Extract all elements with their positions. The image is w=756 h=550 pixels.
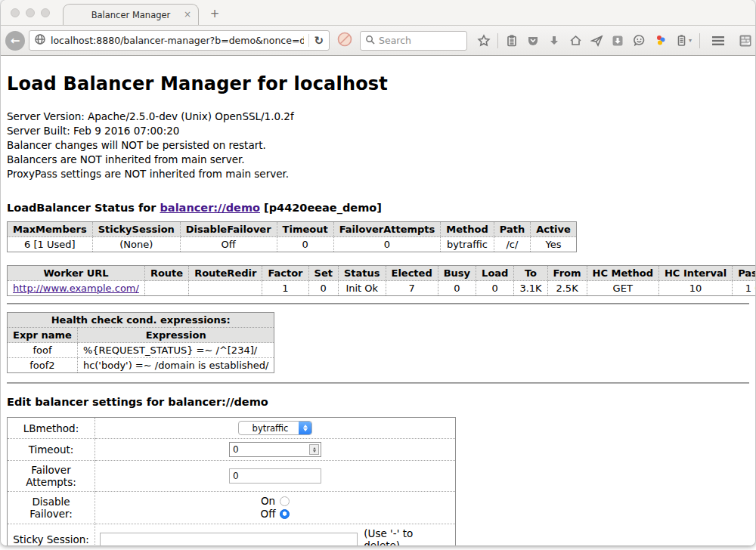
column-header: Method [441,222,494,237]
column-header: HC Method [587,266,658,281]
table-cell [189,281,262,296]
sticky-session-input[interactable] [100,533,358,545]
site-identity-globe-icon[interactable] [34,33,46,48]
disable-failover-label: Disable Failover: [8,492,95,524]
zoom-window-icon[interactable] [41,8,50,17]
table-cell: 1 [262,281,308,296]
column-header: MaxMembers [8,222,93,237]
tab-bar: Balancer Manager × + [1,0,755,25]
reload-icon[interactable]: ↻ [314,34,326,48]
home-icon[interactable] [565,30,586,51]
chevron-down-icon[interactable]: ▾ [689,37,692,44]
toolbar-separator [497,33,498,48]
balancer-demo-link[interactable]: balancer://demo [160,202,260,214]
table-cell: 2.5K [547,281,587,296]
inherit-notice-line: Balancers are NOT inherited from main se… [7,153,749,167]
column-header: Active [531,222,577,237]
reading-list-icon[interactable] [501,30,522,51]
timeout-value: 0 [230,444,309,455]
chat-smiley-extension-icon[interactable] [628,30,649,51]
table-cell: 0 [308,281,338,296]
status-heading-prefix: LoadBalancer Status for [7,202,160,214]
search-placeholder[interactable]: Search [379,35,411,46]
disable-failover-on-radio[interactable] [280,496,290,506]
search-box[interactable]: Search [360,31,467,51]
table-row: foof %{REQUEST_STATUS} =~ /^[234]/ [8,343,274,358]
search-icon [365,33,375,48]
column-header: Route [144,266,188,281]
loadbalancer-status-heading: LoadBalancer Status for balancer://demo … [7,202,749,214]
server-version-line: Server Version: Apache/2.5.0-dev (Unix) … [7,110,749,124]
column-header: Load [476,266,514,281]
content-blocked-icon[interactable] [337,32,352,50]
close-window-icon[interactable] [11,8,20,17]
disable-failover-row: Disable Failover: On Off [8,492,456,524]
sticky-session-row: Sticky Session: (Use '-' to delete) [8,524,456,546]
lbmethod-select[interactable]: bytraffic [238,421,313,435]
url-bar[interactable]: localhost:8880/balancer-manager?b=demo&n… [29,30,330,51]
column-header: RouteRedir [189,266,262,281]
edit-balancer-heading: Edit balancer settings for balancer://de… [7,396,749,408]
table-cell: 0 [333,237,441,252]
tab-title: Balancer Manager [91,10,171,20]
status-heading-suffix: [p4420eeae_demo] [260,202,382,214]
divider [7,303,749,304]
column-header: Status [338,266,386,281]
column-header: Busy [438,266,476,281]
menu-hamburger-icon[interactable] [708,30,729,51]
column-header: DisableFailover [180,222,277,237]
window-controls[interactable] [11,8,50,17]
expr-name-cell: foof2 [8,358,78,373]
back-button[interactable]: ← [5,31,25,51]
column-header: FailoverAttempts [333,222,441,237]
column-header: Factor [262,266,308,281]
table-cell: 0 [277,237,333,252]
page-title: Load Balancer Manager for localhost [7,73,749,94]
bookmark-star-icon[interactable] [473,30,494,51]
sticky-session-hint: (Use '-' to delete) [364,527,451,545]
worker-table: Worker URLRouteRouteRedirFactorSetStatus… [7,265,755,296]
page-content: Load Balancer Manager for localhost Serv… [1,56,755,545]
table-cell: Init Ok [338,281,386,296]
pocket-icon[interactable] [522,30,544,51]
column-header: To [514,266,547,281]
tab-close-icon[interactable]: × [184,9,191,20]
color-dots-extension-icon[interactable] [649,30,671,51]
expression-header: Expression [77,328,274,343]
disable-failover-off-radio[interactable] [280,509,290,519]
timeout-row: Timeout: 0 [8,439,456,461]
column-header: Worker URL [8,266,145,281]
table-cell: 1 (0) [733,281,755,296]
server-built-line: Server Built: Feb 9 2016 07:00:20 [7,124,749,138]
download-manager-extension-icon[interactable] [607,30,628,51]
lbmethod-row: LBmethod: bytraffic [8,418,456,439]
expression-cell: hc('body') =~ /domain is established/ [77,358,274,373]
table-row: http://www.example.com/10Init Ok7003.1K2… [8,281,756,296]
downloads-icon[interactable] [544,30,565,51]
table-row: 6 [1 Used](None)Off00bytraffic/c/Yes [8,237,577,252]
minimize-window-icon[interactable] [26,8,35,17]
grid-extension-icon[interactable] [735,30,755,51]
table-cell: http://www.example.com/ [8,281,145,296]
table-cell: 3.1K [514,281,547,296]
worker-url-link[interactable]: http://www.example.com/ [13,283,139,294]
lbmethod-label: LBmethod: [8,418,95,439]
timeout-input[interactable]: 0 [229,442,321,457]
proxypass-notice-line: ProxyPass settings are NOT inherited fro… [7,167,749,181]
failover-attempts-input[interactable]: 0 [229,468,321,484]
table-cell: 0 [438,281,476,296]
browser-window: Balancer Manager × + ← localhost:8880/ba… [1,0,755,545]
table-cell: Off [180,237,277,252]
number-spinner-icon[interactable] [309,444,319,455]
lbmethod-selected-value: bytraffic [239,422,299,434]
column-header: StickySession [92,222,180,237]
new-tab-button[interactable]: + [206,7,223,20]
tab-balancer-manager[interactable]: Balancer Manager × [63,4,199,25]
failover-attempts-row: Failover Attempts: 0 [8,461,456,492]
table-cell: bytraffic [441,237,494,252]
url-text[interactable]: localhost:8880/balancer-manager?b=demo&n… [51,35,304,46]
send-tab-icon[interactable] [586,30,607,51]
column-header: Passes [733,266,755,281]
on-label: On [261,495,275,507]
column-header: Timeout [277,222,333,237]
